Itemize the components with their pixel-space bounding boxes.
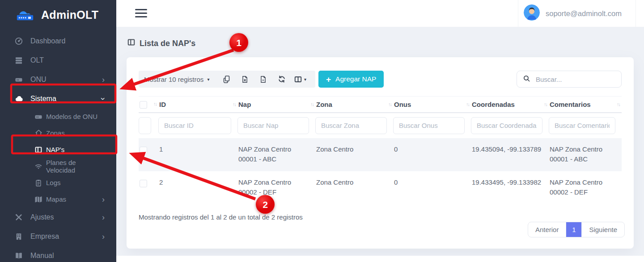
- cell-comentarios: NAP Zona Centro 00002 - DEF: [549, 171, 622, 204]
- sidebar-item-empresa[interactable]: Empresa›: [0, 227, 116, 246]
- add-nap-button[interactable]: + Agregar NAP: [318, 71, 384, 88]
- sidebar-item-naps[interactable]: NAP's: [0, 141, 116, 158]
- sidebar-item-dashboard[interactable]: Dashboard: [0, 31, 116, 51]
- brand[interactable]: AdminOLT: [0, 0, 116, 27]
- chevron-right-icon: ›: [102, 195, 105, 203]
- filter-input-id[interactable]: [158, 117, 231, 134]
- page-length-label: Mostrar 10 registros: [144, 76, 203, 83]
- cell-id: 2: [158, 171, 237, 204]
- clipboard-icon: [34, 179, 43, 187]
- column-header-zona[interactable]: Zona↑↓: [315, 97, 393, 113]
- caret-down-icon: ▾: [304, 77, 306, 82]
- pagination-next[interactable]: Siguiente: [581, 222, 624, 237]
- content-area: Lista de NAP's Mostrar 10 registros ▾ ▾ …: [116, 27, 644, 262]
- table-search: [517, 71, 622, 88]
- sidebar-item-onu[interactable]: ONU›: [0, 70, 116, 89]
- sort-icon: ↑↓: [153, 100, 157, 106]
- sort-icon: ↑↓: [388, 101, 391, 107]
- sidebar-item-label: Mapas: [46, 195, 66, 203]
- table-row-2[interactable]: 2NAP Zona Centro 00002 - DEFZona Centro0…: [139, 171, 622, 204]
- onu-icon: [13, 75, 24, 84]
- excel-button[interactable]: [236, 71, 254, 88]
- cell-nap: NAP Zona Centro 00001 - ABC: [237, 138, 315, 171]
- filter-input-onus[interactable]: [393, 117, 465, 134]
- copy-button[interactable]: [217, 71, 236, 88]
- sidebar-menu: DashboardOLTONU›Sistema›Modelos de ONUZo…: [0, 31, 116, 262]
- chevron-right-icon: ›: [102, 213, 105, 221]
- topbar: soporte@adminolt.com: [116, 0, 644, 27]
- onu-icon: [34, 112, 43, 121]
- search-input[interactable]: [535, 75, 611, 84]
- column-header-label: Zona: [316, 101, 332, 108]
- cell-comentarios: NAP Zona Centro 00001 - ABC: [549, 138, 622, 171]
- cloud-icon: [13, 94, 24, 103]
- sidebar-item-logs[interactable]: Logs: [0, 174, 116, 191]
- sidebar-item-label: Planes de Velocidad: [46, 159, 105, 174]
- sidebar-item-modelos-de-onu[interactable]: Modelos de ONU: [0, 108, 116, 125]
- sidebar-item-label: Dashboard: [30, 37, 65, 45]
- user-email: soporte@adminolt.com: [546, 9, 622, 18]
- column-header-label: ID: [159, 101, 166, 108]
- tools-icon: [13, 213, 24, 222]
- sidebar-item-label: Modelos de ONU: [46, 113, 97, 120]
- sidebar: AdminOLT DashboardOLTONU›Sistema›Modelos…: [0, 0, 116, 262]
- sidebar-item-label: Zonas: [46, 129, 65, 137]
- cell-onus: 0: [393, 171, 471, 204]
- user-menu[interactable]: soporte@adminolt.com: [518, 0, 636, 27]
- table-toolbar: Mostrar 10 registros ▾ ▾ + Agregar NAP: [139, 71, 622, 88]
- sidebar-item-label: NAP's: [46, 146, 64, 153]
- column-header-coordenadas[interactable]: Coordenadas↑↓: [471, 97, 549, 113]
- sidebar-item-label: ONU: [30, 76, 47, 84]
- map-icon: [34, 195, 43, 204]
- sort-icon: ↑↓: [617, 101, 620, 107]
- columns-button[interactable]: ▾: [291, 71, 309, 88]
- pagination-page-1[interactable]: 1: [566, 222, 581, 237]
- column-header-nap[interactable]: Nap↑↓: [237, 97, 315, 113]
- sort-icon: ↑↓: [310, 101, 314, 107]
- chevron-right-icon: ›: [102, 232, 105, 241]
- filter-input-nap[interactable]: [237, 117, 309, 134]
- brand-name: AdminOLT: [41, 8, 98, 21]
- filter-input-coordenadas[interactable]: [471, 117, 542, 134]
- column-header-comentarios[interactable]: Comentarios↑↓: [549, 97, 622, 113]
- app-window: AdminOLT DashboardOLTONU›Sistema›Modelos…: [0, 0, 644, 262]
- table-row-1[interactable]: 1NAP Zona Centro 00001 - ABCZona Centro0…: [139, 138, 622, 171]
- naps-table-card: Mostrar 10 registros ▾ ▾ + Agregar NAP: [127, 57, 634, 249]
- sidebar-item-label: Empresa: [30, 232, 59, 241]
- server-icon: [13, 56, 24, 65]
- sidebar-item-olt[interactable]: OLT: [0, 51, 116, 70]
- plus-icon: +: [326, 75, 331, 84]
- select-all-header: ↑↓: [139, 97, 158, 113]
- home-icon: [34, 129, 43, 137]
- hamburger-menu-icon[interactable]: [135, 9, 147, 19]
- sidebar-item-ajustes[interactable]: Ajustes›: [0, 207, 116, 227]
- table-icon: [127, 38, 136, 49]
- column-header-id[interactable]: ID↑↓: [158, 97, 237, 113]
- sidebar-item-manual[interactable]: Manual: [0, 246, 116, 262]
- sidebar-item-label: Sistema: [30, 95, 56, 103]
- column-header-label: Nap: [238, 101, 251, 108]
- gauge-icon: [13, 37, 24, 46]
- column-header-label: Onus: [394, 101, 411, 108]
- sidebar-item-zonas[interactable]: Zonas: [0, 125, 116, 141]
- file-button[interactable]: [254, 71, 272, 88]
- sidebar-item-planes-de-velocidad[interactable]: Planes de Velocidad: [0, 158, 116, 174]
- sidebar-item-sistema[interactable]: Sistema›: [0, 89, 116, 108]
- pagination-previous[interactable]: Anterior: [528, 222, 567, 237]
- sidebar-item-mapas[interactable]: Mapas›: [0, 191, 116, 207]
- column-header-label: Comentarios: [550, 101, 591, 108]
- adminolt-logo-icon: [13, 5, 37, 24]
- row-checkbox[interactable]: [140, 180, 147, 187]
- filter-input-select[interactable]: [139, 117, 151, 134]
- column-header-onus[interactable]: Onus↑↓: [393, 97, 471, 113]
- table-icon: [34, 146, 43, 154]
- cell-onus: 0: [393, 138, 471, 171]
- sort-icon: ↑↓: [544, 101, 547, 107]
- filter-input-zona[interactable]: [315, 117, 387, 134]
- row-checkbox[interactable]: [140, 147, 147, 154]
- select-all-checkbox[interactable]: [140, 101, 147, 109]
- wifi-icon: [34, 162, 43, 171]
- filter-input-comentarios[interactable]: [549, 117, 615, 134]
- page-length-select[interactable]: Mostrar 10 registros ▾: [144, 76, 209, 83]
- refresh-button[interactable]: [272, 71, 291, 88]
